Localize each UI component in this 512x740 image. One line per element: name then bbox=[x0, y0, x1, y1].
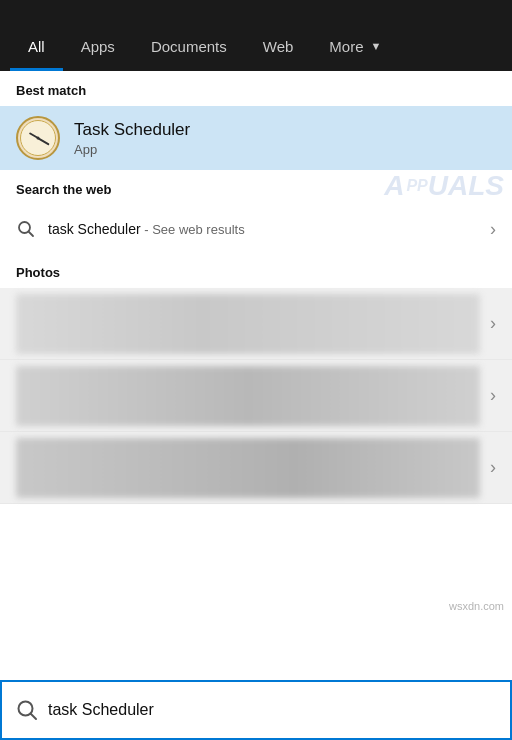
search-bar-icon bbox=[16, 699, 38, 721]
nav-bar: All Apps Documents Web More ▼ bbox=[0, 0, 512, 71]
chevron-down-icon: ▼ bbox=[371, 40, 382, 52]
photos-label: Photos bbox=[0, 253, 512, 288]
app-type: App bbox=[74, 142, 190, 157]
web-search-item[interactable]: task Scheduler - See web results › bbox=[0, 205, 512, 253]
search-bar bbox=[0, 680, 512, 740]
photo-thumb-3 bbox=[16, 438, 480, 498]
site-watermark: wsxdn.com bbox=[449, 600, 504, 612]
photo-thumb-1 bbox=[16, 294, 480, 354]
photo-item-2[interactable]: › bbox=[0, 360, 512, 432]
svg-line-1 bbox=[29, 232, 34, 237]
web-search-query: task Scheduler - See web results bbox=[48, 221, 490, 237]
app-icon bbox=[16, 116, 60, 160]
best-match-label: Best match bbox=[0, 71, 512, 106]
tab-all[interactable]: All bbox=[10, 21, 63, 71]
search-results-panel: A PP UALS Best match Task Scheduler App … bbox=[0, 71, 512, 680]
tab-documents[interactable]: Documents bbox=[133, 21, 245, 71]
photo-item-3[interactable]: › bbox=[0, 432, 512, 504]
search-icon bbox=[16, 219, 36, 239]
chevron-right-icon: › bbox=[490, 385, 496, 406]
chevron-right-icon: › bbox=[490, 219, 496, 240]
photo-thumb-2 bbox=[16, 366, 480, 426]
tab-web[interactable]: Web bbox=[245, 21, 312, 71]
tab-more[interactable]: More ▼ bbox=[311, 21, 399, 71]
photo-item-1[interactable]: › bbox=[0, 288, 512, 360]
chevron-right-icon: › bbox=[490, 457, 496, 478]
chevron-right-icon: › bbox=[490, 313, 496, 334]
tab-apps[interactable]: Apps bbox=[63, 21, 133, 71]
web-search-label: Search the web bbox=[0, 170, 512, 205]
search-input[interactable] bbox=[48, 701, 496, 719]
app-name: Task Scheduler bbox=[74, 120, 190, 140]
best-match-item[interactable]: Task Scheduler App bbox=[0, 106, 512, 170]
app-info: Task Scheduler App bbox=[74, 120, 190, 157]
svg-line-3 bbox=[31, 714, 37, 720]
